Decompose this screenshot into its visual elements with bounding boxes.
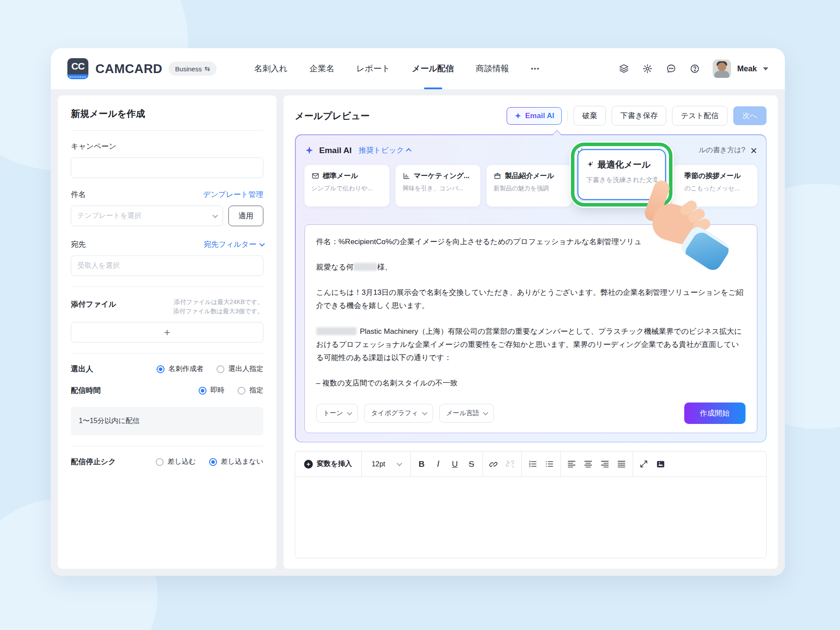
link-button[interactable] (486, 456, 502, 472)
user-avatar[interactable] (713, 60, 731, 78)
strikethrough-button[interactable]: S (463, 456, 480, 472)
radio-insert-unsub[interactable]: 差し込む (156, 457, 196, 466)
writing-tip-text[interactable]: ルの書き方は? (699, 146, 745, 155)
italic-button[interactable]: I (430, 456, 447, 472)
ordered-list-button[interactable] (525, 456, 541, 472)
nav-item-reports[interactable]: レポート (356, 48, 390, 89)
insert-variable-label: 変数を挿入 (317, 459, 352, 469)
language-dropdown[interactable]: メール言語 (439, 404, 494, 423)
divider (71, 287, 263, 287)
email-ai-panel: Email AI 推奨トピック ルの書き方は? × (295, 134, 766, 442)
bold-button[interactable]: B (413, 456, 430, 472)
unlink-button[interactable] (502, 456, 519, 472)
tone-dropdown[interactable]: トーン (316, 404, 358, 423)
recipient-select[interactable]: 受取人を選択 (71, 256, 263, 276)
align-right-icon (600, 459, 609, 469)
radio-label: 差し込む (168, 457, 196, 466)
campaign-input[interactable] (71, 158, 263, 178)
nav-item-email-delivery[interactable]: メール配信 (412, 48, 454, 89)
insert-variable-button[interactable]: + 変数を挿入 (297, 459, 359, 469)
logo-business-strip: BUSINESS (67, 74, 88, 79)
gear-icon[interactable] (642, 63, 653, 74)
link-icon (489, 459, 498, 469)
unlink-icon (506, 459, 515, 469)
avatar-face (718, 63, 726, 71)
typography-dropdown[interactable]: タイポグラフィ (364, 404, 433, 423)
template-manage-link[interactable]: デンプレート管理 (203, 189, 263, 200)
topic-card-marketing[interactable]: マーケティング... 興味を引き、コンバ... (396, 165, 480, 206)
topic-card-product-intro[interactable]: 製品紹介メール 新製品の魅力を強調 (486, 165, 571, 206)
underline-icon: U (452, 459, 458, 469)
underline-button[interactable]: U (447, 456, 463, 472)
ai-panel-title: Email AI (319, 146, 352, 155)
attachment-hint: 添付ファイルは最大24KBです。 添付ファイル数は最大3個です。 (173, 298, 263, 316)
align-center-button[interactable] (580, 456, 597, 472)
radio-sender-specified[interactable]: 選出人指定 (217, 364, 263, 374)
font-size-select[interactable]: 12pt (364, 460, 407, 468)
nav-item-deals[interactable]: 商談情報 (476, 48, 509, 89)
nav-item-cardholder[interactable]: 名刺入れ (254, 48, 287, 89)
layers-icon[interactable] (618, 63, 630, 74)
user-menu-caret-icon[interactable] (763, 67, 768, 70)
sparkle-icon (514, 112, 522, 120)
redacted-name (354, 263, 377, 271)
draft-subject: 件名：%RecipientCo%の企業イメージを向上させるためのプロフェッショナ… (316, 235, 746, 248)
add-attachment-button[interactable]: + (71, 322, 263, 343)
recipient-filter-label: 宛先フィルター (203, 239, 256, 249)
topic-card-optimize[interactable]: 最適化メール 下書きを洗練された文章へ (578, 149, 666, 200)
topic-card-standard[interactable]: 標準メール シンプルで伝わりや... (304, 165, 389, 206)
nav-item-more[interactable]: ••• (531, 48, 540, 89)
attachment-hint-line1: 添付ファイルは最大24KBです。 (173, 298, 263, 307)
topic-card-seasonal[interactable]: 季節の挨拶メール のこもったメッセ... (672, 165, 757, 206)
highlight-ring (571, 143, 672, 206)
topic-title: 季節の挨拶メール (684, 172, 741, 181)
unsubscribe-row: 配信停止シク 差し込む 差し込まない (71, 457, 263, 467)
ai-option-chips: トーン タイポグラフィ メール言語 (316, 402, 746, 424)
radio-immediate[interactable]: 即時 (199, 386, 224, 395)
align-justify-icon (617, 459, 626, 469)
apply-button[interactable]: 適用 (228, 206, 263, 226)
user-name[interactable]: Meak (737, 64, 757, 74)
align-left-button[interactable] (564, 456, 580, 472)
email-ai-label: Email AI (525, 112, 554, 120)
nav-item-companies[interactable]: 企業名 (309, 48, 334, 89)
recipient-placeholder: 受取人を選択 (77, 261, 119, 270)
recipient-filter-link[interactable]: 宛先フィルター (203, 239, 263, 249)
chevron-down-icon (483, 410, 489, 415)
greeting-suffix: 様、 (377, 263, 392, 271)
close-icon[interactable]: × (750, 145, 757, 156)
preview-title: メールプレビュー (295, 110, 370, 122)
radio-no-insert-unsub[interactable]: 差し込まない (209, 457, 264, 466)
radio-card-creator[interactable]: 名刺作成者 (157, 364, 203, 374)
template-select[interactable]: テンプレートを選択 (71, 206, 223, 226)
email-ai-button[interactable]: Email AI (507, 107, 562, 125)
strikethrough-icon: S (469, 459, 474, 469)
bullet-list-button[interactable] (541, 456, 558, 472)
chip-label: タイポグラフィ (371, 409, 418, 417)
radio-scheduled[interactable]: 指定 (238, 386, 263, 395)
insert-image-button[interactable] (652, 456, 669, 472)
discard-button[interactable]: 破棄 (574, 106, 606, 126)
bullet-list-icon (545, 459, 554, 469)
save-draft-button[interactable]: 下書き保存 (612, 106, 666, 126)
help-icon[interactable] (689, 63, 700, 74)
divider (567, 111, 568, 121)
chat-icon[interactable] (665, 63, 677, 74)
align-justify-button[interactable] (613, 456, 630, 472)
radio-selected-icon (199, 387, 206, 395)
fullscreen-button[interactable] (636, 456, 652, 472)
app-background: CC BUSINESS CAMCARD Business ⇆ 名刺入れ 企業名 … (0, 0, 840, 630)
toolbar-separator (633, 452, 633, 477)
test-send-button[interactable]: テスト配信 (672, 106, 727, 126)
app-header: CC BUSINESS CAMCARD Business ⇆ 名刺入れ 企業名 … (51, 48, 785, 89)
attachment-label: 添付ファイル (71, 298, 116, 309)
nav-label: 企業名 (309, 63, 334, 74)
next-button[interactable]: 次へ (733, 106, 766, 125)
business-plan-badge[interactable]: Business ⇆ (168, 62, 216, 76)
generate-button[interactable]: 作成開始 (684, 402, 746, 424)
align-right-button[interactable] (597, 456, 613, 472)
topic-title: 製品紹介メール (505, 172, 554, 181)
chevron-down-icon (347, 410, 353, 415)
recommended-topics-link[interactable]: 推奨トピック (359, 145, 412, 155)
editor-content-area[interactable] (295, 477, 766, 558)
